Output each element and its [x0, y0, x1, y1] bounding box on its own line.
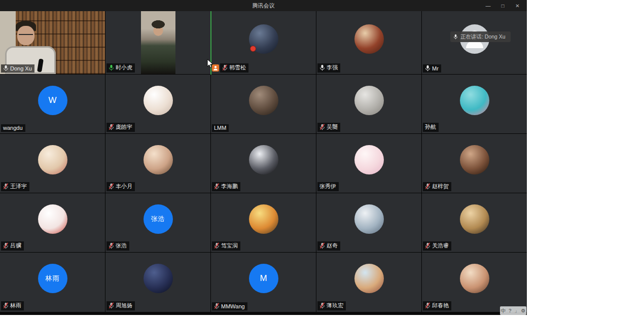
- name-label: Mr: [423, 64, 441, 73]
- mic-icon: [319, 64, 325, 71]
- mic-icon: [109, 64, 114, 71]
- participant-tile[interactable]: 张浩张浩: [105, 193, 210, 252]
- name-label: 李强: [317, 63, 340, 73]
- name-label: 庞皓宇: [106, 123, 135, 132]
- participant-tile[interactable]: 薄玖宏: [316, 253, 421, 312]
- participant-name: Dong Xu: [10, 65, 32, 72]
- participant-tile[interactable]: 邱春艳: [422, 253, 527, 312]
- participant-name: 张秀伊: [319, 183, 336, 190]
- participant-tile[interactable]: 王泽宇: [0, 134, 105, 193]
- name-label-row: 韩雪松: [212, 63, 248, 73]
- ime-toolbar-icon[interactable]: 」: [514, 307, 519, 314]
- name-label-row: 吴龑: [317, 123, 340, 132]
- participant-name: 庞皓宇: [116, 123, 132, 131]
- participant-tile[interactable]: Mr: [422, 11, 527, 74]
- avatar: [354, 204, 384, 234]
- participant-tile[interactable]: Wwangdu: [0, 75, 105, 133]
- name-label: 邱春艳: [423, 301, 451, 310]
- participant-tile[interactable]: 赵梓贺: [422, 134, 527, 193]
- participant-name: Mr: [432, 65, 439, 72]
- participant-name: 吕骥: [10, 242, 21, 250]
- participant-name: LMM: [214, 125, 226, 131]
- name-label: LMM: [212, 124, 229, 132]
- participant-name: 孙航: [425, 123, 436, 131]
- participant-tile[interactable]: LMM: [211, 75, 316, 133]
- close-icon[interactable]: ✕: [510, 0, 525, 11]
- mic-muted-icon: [109, 242, 114, 249]
- participant-tile[interactable]: 林雨林雨: [0, 253, 105, 312]
- participant-tile[interactable]: Dong Xu: [0, 11, 105, 74]
- name-label-row: 林雨: [1, 301, 24, 310]
- avatar-image: W: [38, 86, 67, 115]
- name-label: 关浩睿: [423, 241, 451, 251]
- mic-muted-icon: [3, 302, 9, 309]
- participant-name: 王泽宇: [10, 183, 27, 190]
- participant-tile[interactable]: 张秀伊: [316, 134, 421, 193]
- avatar-image: M: [249, 264, 278, 293]
- maximize-icon[interactable]: □: [495, 0, 510, 11]
- avatar-initials: 林雨: [46, 274, 60, 283]
- name-label: 薄玖宏: [317, 301, 346, 310]
- participant-tile[interactable]: 关浩睿: [422, 193, 527, 252]
- participant-tile[interactable]: 赵奇: [316, 193, 421, 252]
- participant-tile[interactable]: 韩雪松: [211, 11, 316, 74]
- mic-muted-icon: [109, 183, 114, 190]
- mic-icon: [3, 65, 9, 72]
- participant-tile[interactable]: 李海鹏: [211, 134, 316, 193]
- video-scene-vr-glasses: [19, 34, 33, 39]
- minimize-icon[interactable]: —: [481, 0, 495, 11]
- participant-tile[interactable]: 孙航: [422, 75, 527, 133]
- active-speaker-border: [210, 11, 211, 75]
- name-label-row: 时小虎: [106, 63, 135, 73]
- name-label-row: Mr: [423, 64, 441, 73]
- participant-tile[interactable]: 丰小月: [105, 134, 210, 193]
- avatar-image: [460, 145, 489, 174]
- participant-name: 李强: [327, 64, 338, 72]
- name-label: 时小虎: [106, 63, 135, 73]
- name-label: 张秀伊: [317, 182, 339, 191]
- name-label: 吕骥: [1, 241, 24, 251]
- participant-tile[interactable]: 时小虎: [105, 11, 210, 74]
- ime-toolbar[interactable]: 中 ？ 」 ⚙: [500, 306, 526, 315]
- avatar-image: [38, 204, 67, 234]
- mic-muted-icon: [319, 242, 325, 249]
- name-label-row: 周旭扬: [106, 301, 135, 310]
- participant-tile[interactable]: 笃宝润: [211, 193, 316, 252]
- avatar: [144, 145, 173, 174]
- name-label: 王泽宇: [1, 182, 29, 191]
- ime-help-icon[interactable]: ？: [508, 307, 513, 314]
- mic-muted-icon: [214, 303, 220, 309]
- participant-tile[interactable]: 李强: [316, 11, 421, 74]
- ime-settings-icon[interactable]: ⚙: [521, 308, 525, 313]
- avatar: [354, 145, 384, 174]
- ime-language-icon[interactable]: 中: [501, 307, 506, 314]
- mic-muted-icon: [425, 302, 431, 309]
- name-label: Dong Xu: [1, 64, 34, 73]
- mic-muted-icon: [3, 242, 9, 249]
- avatar-image: [249, 145, 278, 174]
- name-label: 赵奇: [317, 241, 340, 251]
- avatar: M: [249, 264, 278, 293]
- avatar: W: [38, 86, 67, 115]
- mic-icon: [425, 65, 431, 72]
- participant-name: 赵梓贺: [432, 183, 449, 190]
- name-label-row: Dong Xu: [1, 64, 34, 73]
- participant-name: 赵奇: [327, 242, 338, 250]
- name-label: 林雨: [1, 301, 24, 310]
- participant-tile[interactable]: 周旭扬: [105, 253, 210, 312]
- participant-tile[interactable]: 吕骥: [0, 193, 105, 252]
- name-label-row: 孙航: [423, 123, 439, 132]
- participant-tile[interactable]: MMMWang: [211, 253, 316, 312]
- participant-tile[interactable]: 庞皓宇: [105, 75, 210, 133]
- avatar: [38, 204, 67, 234]
- participant-name: 时小虎: [116, 64, 132, 72]
- mic-muted-icon: [109, 124, 114, 130]
- avatar-image: [249, 204, 278, 234]
- participant-video: [141, 11, 175, 74]
- participant-tile[interactable]: 吴龑: [316, 75, 421, 133]
- avatar: [460, 264, 489, 293]
- window-title: 腾讯会议: [253, 2, 275, 10]
- mic-icon: [453, 34, 458, 40]
- avatar-image: [354, 204, 384, 234]
- participant-name: wangdu: [3, 125, 23, 131]
